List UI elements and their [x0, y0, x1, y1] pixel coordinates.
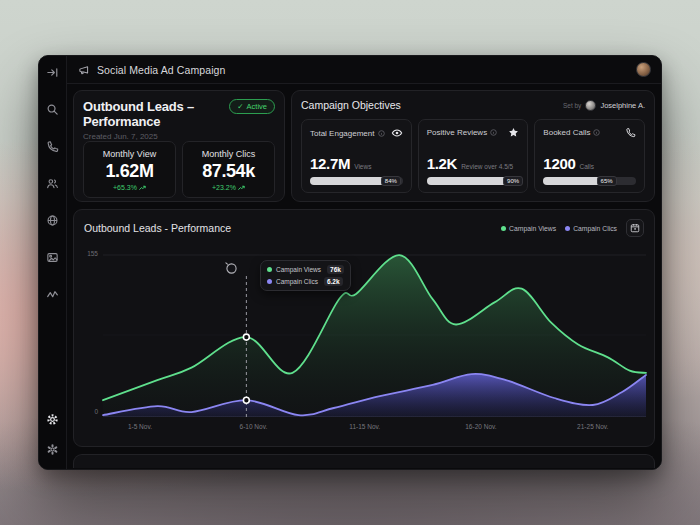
- x-tick: 16-20 Nov.: [465, 423, 496, 430]
- megaphone-icon: [77, 63, 91, 77]
- owner-name: Joselphine A.: [600, 101, 645, 110]
- chart-legend: Campain Views Campain Clics: [501, 219, 644, 237]
- progress-bar: 65%: [543, 177, 636, 185]
- x-tick: 11-15 Nov.: [349, 423, 380, 430]
- x-tick: 21-25 Nov.: [577, 423, 608, 430]
- performance-chart-card: Outbound Leads - Performance Campain Vie…: [73, 209, 655, 447]
- legend-dot-purple: [565, 226, 570, 231]
- dashboard-content: Outbound Leads – Performance ✓ Active Cr…: [67, 84, 661, 469]
- progress-label: 84%: [381, 176, 401, 186]
- created-date: Created Jun. 7, 2025: [83, 132, 275, 141]
- globe-icon[interactable]: [41, 208, 65, 232]
- stat-monthly-clics: Monthly Clics 87.54k +23.2%: [182, 141, 275, 198]
- phone-icon[interactable]: [41, 134, 65, 158]
- app-window: Social Media Ad Campaign Outbound Leads …: [38, 55, 662, 470]
- chart-tooltip: Campain Views 76k Campain Clics 6.2k: [260, 260, 351, 291]
- objectives-owner: Set by Joselphine A.: [563, 100, 645, 111]
- search-icon[interactable]: [41, 97, 65, 121]
- tooltip-dot-green: [267, 267, 272, 272]
- chart-canvas: [103, 254, 646, 417]
- status-badge: ✓ Active: [229, 99, 275, 114]
- trend-up-icon: [238, 185, 245, 191]
- analytics-icon[interactable]: [41, 282, 65, 306]
- next-section-card-partial: [73, 454, 655, 468]
- check-icon: ✓: [237, 102, 243, 111]
- info-icon[interactable]: [593, 129, 600, 136]
- progress-bar: 90%: [427, 177, 520, 185]
- legend-campain-clics[interactable]: Campain Clics: [565, 225, 617, 232]
- legend-campain-views[interactable]: Campain Views: [501, 225, 556, 232]
- views-area: [103, 255, 646, 417]
- performance-title: Outbound Leads – Performance: [83, 99, 223, 129]
- objective-total-engagement: Total Engagement 12.7M Views: [301, 119, 412, 193]
- sidebar: [39, 56, 67, 469]
- progress-bar: 84%: [310, 177, 403, 185]
- page-title: Social Media Ad Campaign: [97, 64, 225, 76]
- tooltip-dot-purple: [267, 279, 272, 284]
- owner-avatar[interactable]: [585, 100, 596, 111]
- settings-gear-icon[interactable]: [41, 407, 65, 431]
- phone-icon: [625, 127, 636, 138]
- cursor-icon: [224, 261, 238, 275]
- objectives-title: Campaign Objectives: [301, 99, 401, 111]
- y-axis-max: 155: [78, 250, 98, 257]
- chart-title: Outbound Leads - Performance: [84, 222, 231, 234]
- progress-label: 90%: [503, 176, 523, 186]
- main-area: Social Media Ad Campaign Outbound Leads …: [67, 56, 661, 469]
- collapse-sidebar-icon[interactable]: [41, 59, 65, 85]
- chart-plot-area[interactable]: Campain Views 76k Campain Clics 6.2k: [103, 254, 646, 417]
- x-tick: 6-10 Nov.: [240, 423, 268, 430]
- stat-monthly-view: Monthly View 1.62M +65.3%: [83, 141, 176, 198]
- objective-positive-reviews: Positive Reviews 1.2K Review over 4.5/5: [418, 119, 529, 193]
- objective-booked-calls: Booked Calls 1200 Calls: [534, 119, 645, 193]
- user-avatar[interactable]: [636, 62, 651, 77]
- x-axis-labels: 1-5 Nov. 6-10 Nov. 11-15 Nov. 16-20 Nov.…: [103, 423, 646, 435]
- performance-card: Outbound Leads – Performance ✓ Active Cr…: [73, 90, 285, 202]
- y-axis-min: 0: [78, 408, 98, 415]
- views-hover-marker: [243, 334, 249, 340]
- x-tick: 1-5 Nov.: [128, 423, 152, 430]
- clics-hover-marker: [243, 397, 249, 403]
- legend-dot-green: [501, 226, 506, 231]
- info-icon[interactable]: [490, 129, 497, 136]
- info-icon[interactable]: [378, 130, 385, 137]
- sidebar-bottom: [41, 407, 65, 469]
- star-icon: [508, 127, 519, 138]
- media-icon[interactable]: [41, 245, 65, 269]
- topbar: Social Media Ad Campaign: [67, 56, 661, 84]
- calendar-icon[interactable]: [626, 219, 644, 237]
- trend-up-badge: +23.2%: [212, 184, 245, 191]
- sidebar-nav: [41, 97, 65, 306]
- app-logo-icon[interactable]: [41, 437, 65, 461]
- progress-label: 65%: [597, 176, 617, 186]
- eye-icon: [391, 127, 403, 139]
- trend-up-icon: [139, 185, 146, 191]
- campaign-objectives-card: Campaign Objectives Set by Joselphine A.…: [291, 90, 655, 202]
- trend-up-badge: +65.3%: [113, 184, 146, 191]
- team-icon[interactable]: [41, 171, 65, 195]
